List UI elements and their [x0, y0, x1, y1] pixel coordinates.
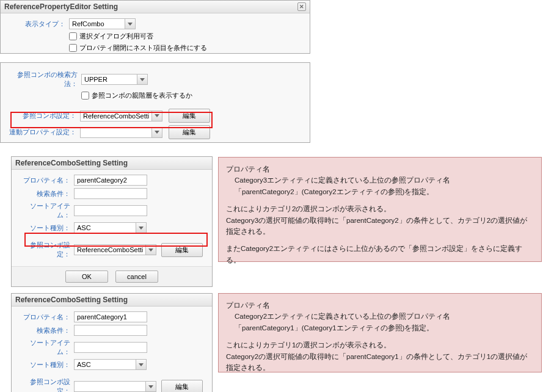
search-cond-label: 検索条件：	[19, 189, 74, 198]
anno1-l6: 指定される。	[226, 226, 534, 237]
ref-combo-select[interactable]	[74, 381, 156, 392]
sort-kind-value[interactable]	[75, 360, 136, 369]
property-open-checkbox-wrap[interactable]: プロパティ開閉にネスト項目を条件にする	[69, 43, 207, 53]
ref-combo-value[interactable]	[75, 382, 145, 391]
parent-hier-checkbox-label: 参照コンボの親階層を表示するか	[92, 91, 192, 100]
cancel-button[interactable]: cancel	[115, 270, 158, 283]
linked-prop-setting-value[interactable]	[81, 128, 151, 137]
parent-hier-checkbox-wrap[interactable]: 参照コンボの親階層を表示するか	[81, 91, 192, 100]
property-open-checkbox-label: プロパティ開閉にネスト項目を条件にする	[79, 43, 207, 53]
sort-kind-select[interactable]	[74, 222, 147, 233]
chevron-down-icon[interactable]	[151, 111, 162, 121]
anno2-l4: これによりカテゴリ1の選択コンボが表示される。	[226, 339, 534, 350]
anno1-l4: これによりカテゴリ2の選択コンボが表示される。	[226, 203, 534, 214]
dialog-titlebar: ReferencePropertyEditor Setting ✕	[1, 1, 310, 13]
annotation-1: プロパティ名 Category3エンティティに定義されている上位の参照プロパティ…	[218, 157, 542, 262]
reference-property-editor-dialog-cont: 参照コンボの検索方法： 参照コンボの親階層を表示するか 参照コンボ設定： 編集 …	[0, 62, 310, 143]
dialog-footer: OK cancel	[12, 266, 212, 286]
anno1-l5: Category3の選択可能値の取得時に「parentCategory2」の条件…	[226, 215, 534, 226]
chevron-down-icon[interactable]	[151, 128, 162, 137]
ok-button[interactable]: OK	[65, 270, 108, 283]
reference-property-editor-dialog: ReferencePropertyEditor Setting ✕ 表示タイプ：…	[0, 0, 310, 54]
prop-name-label: プロパティ名：	[19, 313, 74, 322]
anno1-l7: またCategory2エンティティにはさらに上位があるので「参照コンボ設定」をさ…	[226, 243, 534, 266]
display-type-select[interactable]	[69, 18, 136, 29]
dialog-titlebar: ReferenceComboSetting Setting	[12, 157, 212, 170]
chevron-down-icon[interactable]	[125, 19, 135, 29]
chevron-down-icon[interactable]	[137, 74, 147, 84]
dialog-title: ReferencePropertyEditor Setting	[4, 2, 118, 11]
annotation-2: プロパティ名 Category2エンティティに定義されている上位の参照プロパティ…	[218, 293, 542, 372]
ref-combo-label: 参照コンボ設定：	[19, 377, 74, 392]
dialog-title: ReferenceComboSetting Setting	[15, 296, 128, 304]
display-type-label: 表示タイプ：	[8, 20, 69, 29]
search-cond-input[interactable]	[74, 325, 147, 336]
reference-combo-setting-dialog-2: ReferenceComboSetting Setting プロパティ名： 検索…	[11, 293, 213, 392]
ref-combo-select[interactable]	[74, 244, 156, 255]
chevron-down-icon[interactable]	[145, 245, 156, 255]
anno1-l3: 「parentCategory2」(Category2エンティティの参照)を指定…	[226, 186, 534, 197]
edit-ref-combo-button[interactable]: 編集	[169, 109, 210, 123]
select-dialog-checkbox-wrap[interactable]: 選択ダイアログ利用可否	[69, 32, 153, 41]
linked-prop-setting-label: 連動プロパティ設定：	[8, 128, 80, 137]
display-type-value[interactable]	[70, 19, 125, 29]
search-cond-input[interactable]	[74, 188, 147, 199]
edit-linked-prop-button[interactable]: 編集	[169, 125, 210, 139]
select-dialog-checkbox-label: 選択ダイアログ利用可否	[79, 32, 153, 41]
property-open-checkbox[interactable]	[69, 44, 77, 52]
sort-kind-value[interactable]	[75, 223, 136, 233]
ref-combo-label: 参照コンボ設定：	[19, 241, 74, 259]
ref-combo-value[interactable]	[75, 245, 145, 255]
chevron-down-icon[interactable]	[136, 360, 146, 369]
parent-hier-checkbox[interactable]	[81, 92, 89, 100]
ref-combo-setting-label: 参照コンボ設定：	[8, 111, 80, 120]
search-method-value[interactable]	[82, 74, 137, 84]
reference-combo-setting-dialog-1: ReferenceComboSetting Setting プロパティ名： 検索…	[11, 156, 213, 287]
dialog-title: ReferenceComboSetting Setting	[15, 159, 128, 167]
prop-name-label: プロパティ名：	[19, 176, 74, 185]
ref-combo-setting-value[interactable]	[81, 111, 151, 121]
prop-name-input[interactable]	[74, 311, 147, 322]
sort-kind-label: ソート種別：	[19, 360, 74, 369]
search-cond-label: 検索条件：	[19, 326, 74, 335]
anno1-l2: Category3エンティティに定義されている上位の参照プロパティ名	[226, 175, 534, 186]
anno2-l5: Category2の選択可能値の取得時に「parentCategory1」の条件…	[226, 351, 534, 362]
sort-item-label: ソートアイテム：	[19, 201, 74, 220]
chevron-down-icon[interactable]	[145, 382, 156, 391]
select-dialog-checkbox[interactable]	[69, 32, 77, 40]
sort-item-input[interactable]	[74, 342, 147, 353]
sort-kind-label: ソート種別：	[19, 223, 74, 233]
chevron-down-icon[interactable]	[136, 223, 146, 233]
prop-name-input[interactable]	[74, 175, 147, 186]
anno2-head: プロパティ名	[226, 300, 534, 311]
dialog-titlebar: ReferenceComboSetting Setting	[12, 294, 212, 307]
linked-prop-setting-select[interactable]	[80, 127, 162, 138]
sort-kind-select[interactable]	[74, 359, 147, 370]
search-method-label: 参照コンボの検索方法：	[8, 70, 81, 89]
edit-button[interactable]: 編集	[161, 380, 203, 393]
anno2-l3: 「parentCategory1」(Category1エンティティの参照)を指定…	[226, 322, 534, 333]
anno2-l6: 指定される。	[226, 362, 534, 373]
edit-button[interactable]: 編集	[161, 243, 203, 257]
search-method-select[interactable]	[81, 74, 148, 85]
close-icon[interactable]: ✕	[297, 2, 306, 11]
anno1-head: プロパティ名	[226, 164, 534, 175]
sort-item-input[interactable]	[74, 205, 147, 216]
anno2-l2: Category2エンティティに定義されている上位の参照プロパティ名	[226, 311, 534, 322]
ref-combo-setting-select[interactable]	[80, 111, 162, 122]
sort-item-label: ソートアイテム：	[19, 338, 74, 357]
